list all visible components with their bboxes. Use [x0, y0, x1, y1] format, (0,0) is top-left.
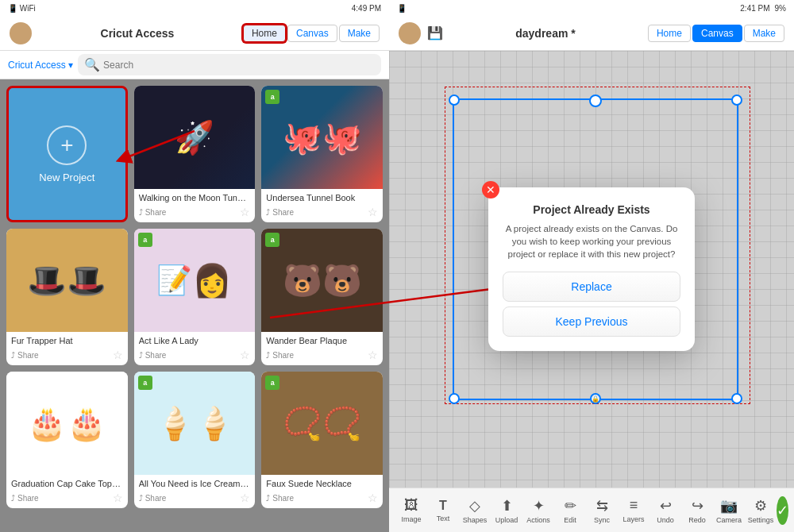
- camera-icon: 📷: [720, 497, 738, 515]
- share-icon: ⤴: [11, 351, 15, 360]
- search-icon: 🔍: [84, 57, 100, 72]
- user-avatar[interactable]: [10, 22, 32, 44]
- left-time: 4:49 PM: [352, 4, 381, 13]
- share-icon: ⤴: [139, 208, 143, 217]
- toolbar-text[interactable]: T Text: [427, 499, 459, 522]
- share-button[interactable]: ⤴ Share: [139, 351, 167, 360]
- tab-home-left[interactable]: Home: [243, 25, 286, 42]
- search-input[interactable]: [103, 60, 375, 71]
- item-info: Graduation Cap Cake Topper ⤴ Share ☆: [6, 475, 128, 508]
- item-actions: ⤴ Share ☆: [266, 206, 378, 218]
- right-status-avatar: 📱: [397, 4, 407, 13]
- list-item[interactable]: a 🍦 All You Need is Ice Cream Card ⤴ Sha…: [134, 372, 256, 508]
- toolbar-shapes-label: Shapes: [463, 516, 488, 524]
- shapes-icon: ◇: [469, 497, 480, 515]
- favorite-button[interactable]: ☆: [368, 206, 378, 218]
- cricut-badge: a: [265, 376, 279, 390]
- share-button[interactable]: ⤴ Share: [266, 494, 294, 503]
- item-actions: ⤴ Share ☆: [11, 492, 123, 504]
- plus-icon: +: [60, 133, 73, 158]
- thumbnail: 🐻: [261, 229, 383, 332]
- sync-icon: ⇆: [596, 497, 608, 515]
- toolbar-camera-label: Camera: [716, 516, 742, 524]
- list-item[interactable]: 🎩 Fur Trapper Hat ⤴ Share ☆: [6, 229, 128, 365]
- right-user-avatar[interactable]: [399, 22, 421, 44]
- image-icon: 🖼: [404, 497, 418, 514]
- right-project-title: daydream *: [515, 27, 575, 40]
- tab-make-left[interactable]: Make: [339, 25, 380, 42]
- save-icon[interactable]: 💾: [427, 25, 443, 40]
- toolbar-edit[interactable]: ✏ Edit: [554, 497, 586, 524]
- item-actions: ⤴ Share ☆: [139, 206, 251, 218]
- favorite-button[interactable]: ☆: [368, 492, 378, 504]
- favorite-button[interactable]: ☆: [240, 492, 250, 504]
- make-button[interactable]: ✓: [777, 496, 788, 525]
- item-actions: ⤴ Share ☆: [11, 349, 123, 361]
- tab-canvas-left[interactable]: Canvas: [287, 25, 337, 42]
- upload-icon: ⬆: [501, 497, 513, 515]
- share-button[interactable]: ⤴ Share: [11, 494, 39, 503]
- left-title: Cricut Access: [101, 27, 175, 40]
- toolbar-camera[interactable]: 📷 Camera: [713, 497, 745, 524]
- favorite-button[interactable]: ☆: [368, 349, 378, 361]
- share-button[interactable]: ⤴ Share: [11, 351, 39, 360]
- new-project-tile[interactable]: + New Project: [6, 86, 128, 222]
- toolbar-shapes[interactable]: ◇ Shapes: [459, 497, 491, 524]
- toolbar-undo[interactable]: ↩ Undo: [649, 497, 681, 524]
- list-item[interactable]: a 🐙 Undersea Tunnel Book ⤴ Share ☆: [261, 86, 383, 222]
- toolbar-actions[interactable]: ✦ Actions: [522, 497, 554, 524]
- right-time: 2:41 PM: [740, 4, 769, 13]
- favorite-button[interactable]: ☆: [113, 492, 123, 504]
- tab-home-right[interactable]: Home: [648, 25, 691, 42]
- canvas-area[interactable]: daydream 🔒 ✕ Project Already Exists A pr…: [389, 51, 794, 488]
- item-title: Wander Bear Plaque: [266, 336, 378, 345]
- right-topbar: 💾 daydream * Home Canvas Make: [389, 16, 794, 51]
- left-nav-tabs: Home Canvas Make: [243, 25, 380, 42]
- toolbar-settings[interactable]: ⚙ Settings: [745, 497, 777, 524]
- right-status-left: 📱: [397, 4, 407, 13]
- share-button[interactable]: ⤴ Share: [139, 208, 167, 217]
- tab-make-right[interactable]: Make: [744, 25, 784, 42]
- replace-button[interactable]: Replace: [503, 272, 680, 302]
- tab-canvas-right[interactable]: Canvas: [692, 25, 742, 42]
- item-actions: ⤴ Share ☆: [139, 492, 251, 504]
- toolbar-image-label: Image: [401, 515, 421, 523]
- thumbnail: 🎂: [6, 372, 128, 475]
- item-info: Wander Bear Plaque ⤴ Share ☆: [261, 332, 383, 365]
- right-bottom-toolbar: 🖼 Image T Text ◇ Shapes ⬆ Upload ✦ Actio…: [389, 488, 794, 532]
- toolbar-redo[interactable]: ↪ Redo: [681, 497, 713, 524]
- cricut-badge: a: [265, 90, 279, 104]
- dialog-overlay: ✕ Project Already Exists A project alrea…: [389, 51, 794, 488]
- toolbar-upload[interactable]: ⬆ Upload: [491, 497, 522, 524]
- favorite-button[interactable]: ☆: [113, 349, 123, 361]
- dialog-body: A project already exists on the Canvas. …: [503, 222, 680, 260]
- toolbar-layers[interactable]: ≡ Layers: [618, 497, 649, 523]
- toolbar-sync[interactable]: ⇆ Sync: [586, 497, 618, 524]
- left-panel: 📱 WiFi 4:49 PM Cricut Access Home Canvas…: [0, 0, 389, 532]
- dialog-close-button[interactable]: ✕: [482, 181, 499, 199]
- share-button[interactable]: ⤴ Share: [266, 208, 294, 217]
- list-item[interactable]: a 🐻 Wander Bear Plaque ⤴ Share ☆: [261, 229, 383, 365]
- list-item[interactable]: a 📝 Act Like A Lady ⤴ Share ☆: [134, 229, 256, 365]
- share-button[interactable]: ⤴ Share: [139, 494, 167, 503]
- keep-previous-button[interactable]: Keep Previous: [503, 306, 680, 337]
- favorite-button[interactable]: ☆: [240, 206, 250, 218]
- toolbar-redo-label: Redo: [688, 516, 706, 524]
- favorite-button[interactable]: ☆: [240, 349, 250, 361]
- cricut-access-filter[interactable]: Cricut Access ▾: [8, 60, 73, 71]
- share-button[interactable]: ⤴ Share: [266, 351, 294, 360]
- make-icon: ✓: [777, 502, 788, 519]
- cricut-badge: a: [265, 233, 279, 247]
- list-item[interactable]: a 📿 Faux Suede Necklace ⤴ Share ☆: [261, 372, 383, 508]
- list-item[interactable]: a 🚀 Walking on the Moon Tunnel B... ⤴ Sh…: [134, 86, 256, 222]
- share-icon: ⤴: [266, 208, 270, 217]
- toolbar-sync-label: Sync: [594, 516, 610, 524]
- toolbar-image[interactable]: 🖼 Image: [395, 497, 427, 523]
- item-info: Faux Suede Necklace ⤴ Share ☆: [261, 475, 383, 508]
- item-title: All You Need is Ice Cream Card: [139, 479, 251, 488]
- left-avatar-placeholder: 📱 WiFi: [8, 4, 36, 13]
- item-info: Walking on the Moon Tunnel B... ⤴ Share …: [134, 189, 256, 222]
- list-item[interactable]: 🎂 Graduation Cap Cake Topper ⤴ Share ☆: [6, 372, 128, 508]
- new-project-plus-circle: +: [47, 125, 87, 165]
- share-icon: ⤴: [266, 494, 270, 503]
